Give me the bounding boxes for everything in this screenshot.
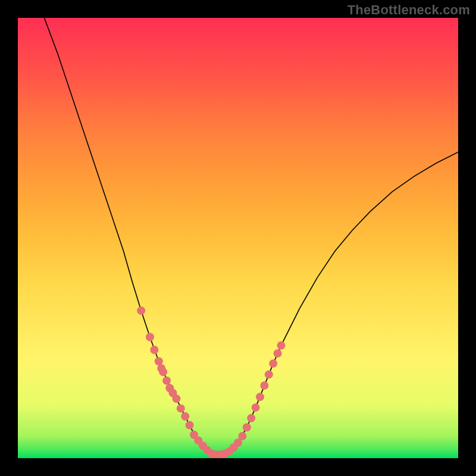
plot-area (18, 18, 458, 458)
data-dot (162, 377, 171, 385)
plot-svg (18, 18, 458, 458)
bottleneck-curve (44, 18, 458, 455)
data-dot (274, 349, 282, 358)
chart-frame: TheBottleneck.com (0, 0, 476, 476)
data-dot (243, 423, 251, 431)
data-dot (277, 342, 286, 350)
data-dot (252, 403, 260, 412)
data-dot (186, 421, 194, 430)
data-dot (247, 414, 255, 422)
data-dot (260, 381, 268, 390)
data-dot (269, 359, 277, 368)
data-dot (150, 346, 158, 354)
data-dot (256, 393, 264, 401)
data-dot (181, 412, 189, 421)
data-dot (146, 333, 154, 342)
watermark-label: TheBottleneck.com (347, 2, 470, 18)
dot-series (137, 306, 285, 458)
data-dot (177, 404, 185, 412)
data-dot (172, 394, 180, 403)
data-dot (265, 370, 273, 378)
data-dot (238, 432, 246, 440)
data-dot (137, 306, 145, 315)
data-dot (159, 368, 167, 376)
